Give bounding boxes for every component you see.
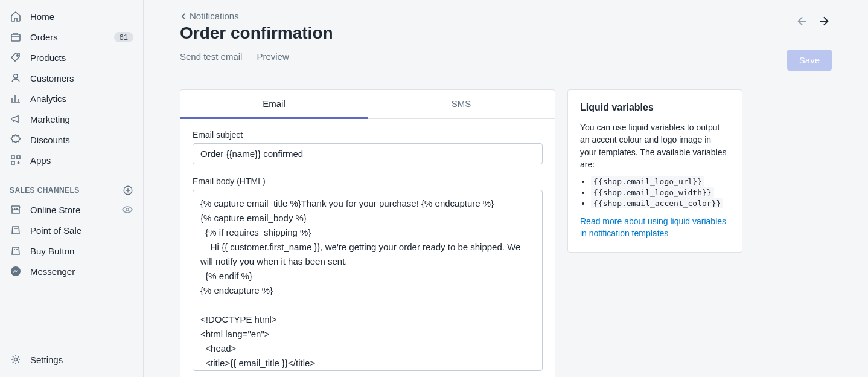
svg-point-1 bbox=[17, 55, 18, 56]
subject-label: Email subject bbox=[193, 130, 543, 140]
sidebar-item-label: Analytics bbox=[30, 94, 133, 104]
breadcrumb[interactable]: Notifications bbox=[180, 11, 239, 21]
svg-rect-4 bbox=[17, 156, 20, 159]
sidebar-item-label: Online Store bbox=[30, 205, 121, 215]
svg-rect-5 bbox=[11, 161, 14, 164]
discounts-icon bbox=[10, 134, 22, 146]
sidebar-item-discounts[interactable]: Discounts bbox=[0, 129, 143, 150]
tab-sms[interactable]: SMS bbox=[368, 90, 555, 118]
gear-icon bbox=[10, 353, 22, 366]
buy-button-icon bbox=[10, 245, 22, 257]
sales-channels-header: SALES CHANNELS bbox=[0, 180, 143, 199]
liquid-var-item: {{shop.email_logo_url}} bbox=[591, 176, 730, 186]
sidebar-item-label: Messenger bbox=[30, 266, 133, 277]
sidebar-item-label: Customers bbox=[30, 73, 133, 83]
sidebar-item-apps[interactable]: Apps bbox=[0, 150, 143, 170]
liquid-variables-card: Liquid variables You can use liquid vari… bbox=[567, 89, 742, 253]
messenger-icon bbox=[10, 265, 22, 277]
sidebar-item-label: Home bbox=[30, 11, 133, 22]
view-store-icon[interactable] bbox=[121, 204, 133, 216]
analytics-icon bbox=[10, 92, 22, 105]
home-icon bbox=[10, 10, 22, 22]
sidebar-item-customers[interactable]: Customers bbox=[0, 68, 143, 88]
apps-icon bbox=[10, 154, 22, 166]
sidebar-item-label: Point of Sale bbox=[30, 225, 133, 236]
svg-point-2 bbox=[14, 74, 18, 78]
sidebar-item-products[interactable]: Products bbox=[0, 47, 143, 68]
sidebar-item-home[interactable]: Home bbox=[0, 6, 143, 27]
sidebar-item-label: Marketing bbox=[30, 114, 133, 124]
body-label: Email body (HTML) bbox=[193, 176, 543, 186]
liquid-var-item: {{shop.email_logo_width}} bbox=[591, 187, 730, 197]
store-icon bbox=[10, 204, 22, 216]
primary-nav: Home Orders 61 Products Customers bbox=[0, 6, 143, 170]
tab-email[interactable]: Email bbox=[180, 90, 368, 119]
sidebar-item-buy-button[interactable]: Buy Button bbox=[0, 240, 143, 261]
sidebar: Home Orders 61 Products Customers bbox=[0, 0, 144, 377]
page-title: Order confirmation bbox=[180, 24, 787, 43]
sidebar-item-analytics[interactable]: Analytics bbox=[0, 88, 143, 109]
customers-icon bbox=[10, 72, 22, 84]
save-button[interactable]: Save bbox=[787, 50, 832, 71]
add-channel-icon[interactable] bbox=[123, 185, 133, 196]
sidebar-item-label: Apps bbox=[30, 155, 133, 166]
sidebar-item-messenger[interactable]: Messenger bbox=[0, 261, 143, 282]
main-content: Notifications Order confirmation Send te… bbox=[144, 0, 868, 377]
sidebar-item-marketing[interactable]: Marketing bbox=[0, 109, 143, 129]
svg-rect-3 bbox=[11, 156, 14, 159]
prev-arrow[interactable] bbox=[794, 14, 808, 28]
sidebar-item-label: Settings bbox=[30, 355, 133, 365]
sidebar-item-label: Products bbox=[30, 53, 133, 63]
preview-link[interactable]: Preview bbox=[257, 51, 289, 62]
chevron-left-icon bbox=[180, 13, 187, 20]
channels-nav: Online Store Point of Sale Buy Button bbox=[0, 199, 143, 282]
email-subject-input[interactable] bbox=[193, 143, 543, 164]
liquid-desc: You can use liquid variables to output a… bbox=[580, 121, 730, 170]
editor-card: Email SMS Email subject Email body (HTML… bbox=[180, 89, 555, 377]
svg-point-9 bbox=[14, 358, 18, 361]
svg-point-7 bbox=[126, 208, 129, 211]
marketing-icon bbox=[10, 113, 22, 125]
sidebar-item-pos[interactable]: Point of Sale bbox=[0, 220, 143, 240]
send-test-email-link[interactable]: Send test email bbox=[180, 51, 242, 62]
tabs: Email SMS bbox=[180, 90, 555, 119]
next-arrow[interactable] bbox=[819, 14, 832, 28]
sidebar-item-label: Orders bbox=[30, 32, 114, 42]
email-body-textarea[interactable] bbox=[193, 190, 543, 371]
sidebar-item-label: Buy Button bbox=[30, 246, 133, 256]
orders-icon bbox=[10, 31, 22, 43]
sidebar-item-label: Discounts bbox=[30, 135, 133, 145]
sidebar-item-online-store[interactable]: Online Store bbox=[0, 199, 143, 220]
sidebar-item-orders[interactable]: Orders 61 bbox=[0, 27, 143, 47]
liquid-readmore-link[interactable]: Read more about using liquid variables i… bbox=[580, 216, 726, 238]
sidebar-item-settings[interactable]: Settings bbox=[0, 349, 143, 370]
svg-rect-0 bbox=[11, 34, 20, 41]
orders-badge: 61 bbox=[114, 32, 133, 42]
products-icon bbox=[10, 51, 22, 63]
pos-icon bbox=[10, 224, 22, 236]
liquid-var-list: {{shop.email_logo_url}} {{shop.email_log… bbox=[580, 176, 730, 208]
liquid-var-item: {{shop.email_accent_color}} bbox=[591, 198, 730, 208]
liquid-title: Liquid variables bbox=[580, 102, 730, 113]
